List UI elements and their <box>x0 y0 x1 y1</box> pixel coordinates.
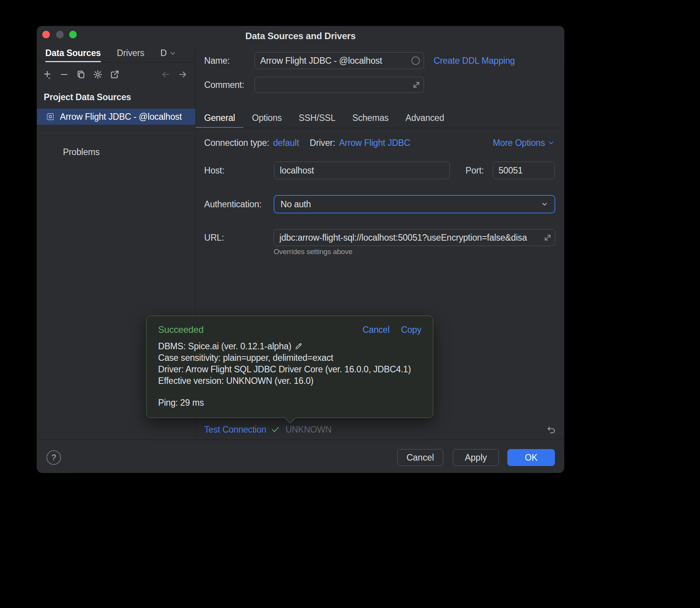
sidebar-separator <box>37 133 195 133</box>
data-source-list-item-selected[interactable]: Arrow Flight JDBC - @localhost <box>37 109 195 125</box>
authentication-label: Authentication: <box>204 197 261 212</box>
question-mark-icon: ? <box>51 453 56 463</box>
data-source-icon <box>46 112 55 121</box>
arrow-right-icon <box>178 69 188 79</box>
popup-links: Cancel Copy <box>363 325 421 335</box>
tab-drivers-label: Drivers <box>117 48 144 58</box>
name-field-wrap <box>254 52 424 69</box>
ok-button[interactable]: OK <box>507 449 555 466</box>
plus-icon <box>42 69 52 79</box>
revert-button[interactable] <box>544 423 558 437</box>
spinner-ring-icon <box>411 56 420 65</box>
test-connection-result-popup: Succeeded Cancel Copy DBMS: Spice.ai (ve… <box>146 316 433 418</box>
help-button[interactable]: ? <box>46 450 61 465</box>
connection-type-value-link[interactable]: default <box>273 138 299 148</box>
export-button[interactable] <box>108 68 121 81</box>
url-field-wrap <box>274 229 555 246</box>
name-input[interactable] <box>254 52 424 69</box>
test-connection-status: UNKNOWN <box>286 425 332 435</box>
check-icon <box>271 425 280 434</box>
undo-icon <box>546 425 556 435</box>
settings-button[interactable] <box>91 68 104 81</box>
authentication-value: No auth <box>281 199 311 210</box>
footer-separator <box>37 439 564 440</box>
data-source-name: Arrow Flight JDBC - @localhost <box>60 112 182 122</box>
host-label: Host: <box>204 163 225 178</box>
expand-icon[interactable] <box>412 81 421 89</box>
duplicate-button[interactable] <box>74 68 88 81</box>
test-connection-link[interactable]: Test Connection <box>204 425 266 435</box>
port-label: Port: <box>466 163 484 178</box>
more-options-label: More Options <box>493 138 545 148</box>
remove-data-source-button[interactable] <box>58 68 71 81</box>
ping-line: Ping: 29 ms <box>158 397 421 408</box>
project-data-sources-header: Project Data Sources <box>44 92 131 102</box>
expand-icon[interactable] <box>543 233 552 242</box>
authentication-select[interactable]: No auth <box>274 195 555 213</box>
connection-type-row: Connection type: default Driver: Arrow F… <box>204 135 555 150</box>
chevron-down-icon <box>169 50 177 57</box>
tab-ssh-ssl[interactable]: SSH/SSL <box>290 109 344 128</box>
tab-advanced[interactable]: Advanced <box>397 109 453 128</box>
url-label: URL: <box>204 230 224 245</box>
popup-body: DBMS: Spice.ai (ver. 0.12.1-alpha) Case … <box>158 340 421 408</box>
edit-pencil-icon[interactable] <box>294 342 303 350</box>
tab-options[interactable]: Options <box>243 109 290 128</box>
dbms-text: DBMS: Spice.ai (ver. 0.12.1-alpha) <box>158 340 291 352</box>
create-ddl-mapping-link[interactable]: Create DDL Mapping <box>434 53 515 68</box>
sidebar-item-problems[interactable]: Problems <box>63 145 100 159</box>
driver-value-link[interactable]: Arrow Flight JDBC <box>339 138 410 148</box>
data-sources-dialog: Data Sources and Drivers Data Sources Dr… <box>37 26 564 473</box>
tab-data-sources[interactable]: Data Sources <box>45 45 101 62</box>
duplicate-icon <box>76 69 86 79</box>
apply-button[interactable]: Apply <box>453 449 499 466</box>
tabs-separator <box>196 128 564 128</box>
add-data-source-button[interactable] <box>41 68 54 81</box>
sidebar-tabs: Data Sources Drivers D <box>37 45 195 63</box>
tab-ddl-mappings-truncated[interactable]: D <box>160 45 177 62</box>
driver-line: Driver: Arrow Flight SQL JDBC Driver Cor… <box>158 363 421 375</box>
popup-header: Succeeded Cancel Copy <box>158 324 421 336</box>
chevron-down-icon <box>547 139 555 147</box>
export-icon <box>110 69 120 79</box>
tab-drivers[interactable]: Drivers <box>117 45 144 62</box>
connection-type-label: Connection type: <box>204 138 269 148</box>
minus-icon <box>59 69 69 79</box>
name-label: Name: <box>204 53 230 68</box>
window-title: Data Sources and Drivers <box>37 28 564 44</box>
host-input[interactable] <box>274 162 450 179</box>
tab-general[interactable]: General <box>196 109 243 128</box>
status-succeeded: Succeeded <box>158 324 203 335</box>
comment-field-wrap <box>254 77 424 93</box>
comment-label: Comment: <box>204 77 244 93</box>
host-field-wrap <box>274 162 450 179</box>
arrow-left-icon <box>161 69 171 79</box>
url-input[interactable] <box>274 229 555 246</box>
case-sensitivity-line: Case sensitivity: plain=upper, delimited… <box>158 352 421 363</box>
problems-label: Problems <box>63 147 100 157</box>
port-input[interactable] <box>493 162 555 179</box>
port-field-wrap <box>493 162 555 179</box>
tab-schemas[interactable]: Schemas <box>344 109 397 128</box>
effective-version-line: Effective version: UNKNOWN (ver. 16.0) <box>158 375 421 387</box>
back-button[interactable] <box>159 68 172 81</box>
tab-data-sources-label: Data Sources <box>45 48 101 58</box>
popup-copy-link[interactable]: Copy <box>401 325 421 335</box>
cancel-button[interactable]: Cancel <box>397 449 443 466</box>
popup-cancel-link[interactable]: Cancel <box>363 325 390 335</box>
settings-tabs: General Options SSH/SSL Schemas Advanced <box>196 109 452 128</box>
driver-label: Driver: <box>310 138 335 148</box>
url-note: Overrides settings above <box>274 248 352 256</box>
dbms-line: DBMS: Spice.ai (ver. 0.12.1-alpha) <box>158 340 421 352</box>
forward-button[interactable] <box>176 68 189 81</box>
chevron-down-icon <box>541 200 548 208</box>
popup-pointer <box>285 413 296 423</box>
gear-icon <box>93 69 103 79</box>
sidebar-toolbar <box>37 67 195 82</box>
comment-input[interactable] <box>254 77 424 93</box>
more-options-link[interactable]: More Options <box>493 138 555 148</box>
tab-ddl-label: D <box>160 48 167 58</box>
test-connection-row: Test Connection UNKNOWN <box>204 422 332 437</box>
